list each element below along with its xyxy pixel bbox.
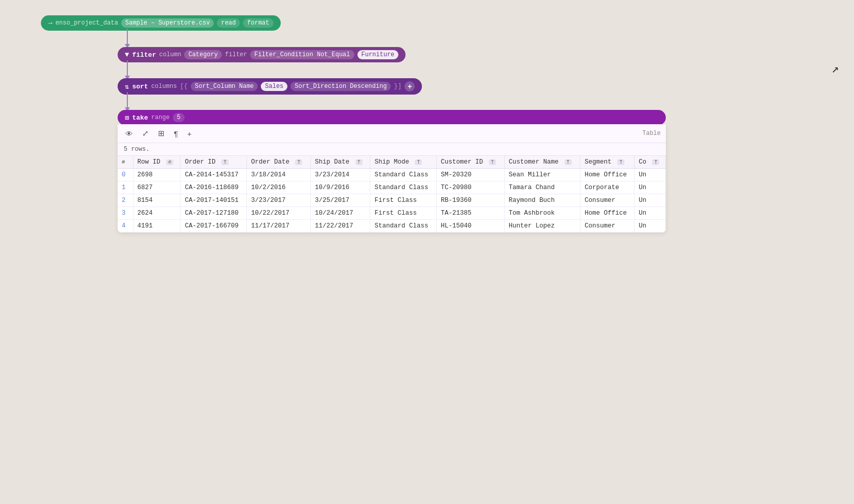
sort-label: sort <box>132 83 148 90</box>
cell-index[interactable]: 0 <box>118 169 133 181</box>
take-node[interactable]: ⊞ take range 5 <box>118 110 666 125</box>
cell-customer-name: Tom Ashbrook <box>504 207 580 220</box>
cell-ship-date: 10/24/2017 <box>310 207 370 220</box>
col-ship-mode[interactable]: Ship Mode T <box>370 156 437 169</box>
table-toolbar: 👁 ⤢ ⊞ ¶ + Table <box>118 124 666 143</box>
filter-value[interactable]: Furniture <box>357 50 399 59</box>
filter-label: filter <box>132 51 156 59</box>
read-node-project-label: enso_project_data <box>55 19 118 27</box>
filter-column-value[interactable]: Category <box>184 50 222 59</box>
sort-icon: ⇅ <box>125 82 129 91</box>
col-ship-date[interactable]: Ship Date T <box>310 156 370 169</box>
eye-icon: 👁 <box>125 129 133 138</box>
cell-customer-name: Hunter Lopez <box>504 220 580 233</box>
cell-ship-mode: First Class <box>370 207 437 220</box>
cell-ship-mode: Standard Class <box>370 169 437 181</box>
table-row: 4 4191 CA-2017-166709 11/17/2017 11/22/2… <box>118 220 666 233</box>
expand-button[interactable]: ⤢ <box>140 127 151 140</box>
connector-1 <box>125 29 130 48</box>
cell-row-id: 6827 <box>133 181 181 194</box>
filter-node[interactable]: ▼ filter column Category filter Filter_C… <box>118 47 406 62</box>
cell-ship-mode: Standard Class <box>370 181 437 194</box>
canvas: → enso_project_data Sample – Superstore.… <box>0 0 854 504</box>
col-hash: # <box>118 156 133 169</box>
cell-order-id: CA-2016-118689 <box>181 181 247 194</box>
cell-col: Un <box>634 207 665 220</box>
add-button[interactable]: + <box>185 128 194 140</box>
cell-ship-mode: First Class <box>370 194 437 207</box>
cell-row-id: 2698 <box>133 169 181 181</box>
col-customer-name[interactable]: Customer Name T <box>504 156 580 169</box>
sort-direction-tag[interactable]: Sort_Direction Descending <box>290 82 391 91</box>
col-customer-id[interactable]: Customer ID T <box>436 156 504 169</box>
cell-col: Un <box>634 181 665 194</box>
cell-order-id: CA-2014-145317 <box>181 169 247 181</box>
sort-brace-open: [{ <box>180 83 188 90</box>
read-node[interactable]: → enso_project_data Sample – Superstore.… <box>41 15 281 31</box>
cell-order-date: 10/2/2016 <box>246 181 310 194</box>
col-order-id[interactable]: Order ID T <box>181 156 247 169</box>
take-label: take <box>132 114 148 122</box>
col-segment[interactable]: Segment T <box>580 156 635 169</box>
grid-icon: ⊞ <box>158 129 165 138</box>
read-node-file-tag[interactable]: Sample – Superstore.csv <box>121 18 214 28</box>
cell-index[interactable]: 1 <box>118 181 133 194</box>
cell-index[interactable]: 2 <box>118 194 133 207</box>
cell-ship-date: 3/25/2017 <box>310 194 370 207</box>
filter-filter-param: filter <box>225 51 247 58</box>
col-order-date[interactable]: Order Date T <box>246 156 310 169</box>
table-row: 1 6827 CA-2016-118689 10/2/2016 10/9/201… <box>118 181 666 194</box>
table-row: 3 2624 CA-2017-127180 10/22/2017 10/24/2… <box>118 207 666 220</box>
cell-segment: Consumer <box>580 194 635 207</box>
sort-column-tag[interactable]: Sort_Column Name <box>191 82 258 91</box>
cell-segment: Corporate <box>580 181 635 194</box>
table-row: 0 2698 CA-2014-145317 3/18/2014 3/23/201… <box>118 169 666 181</box>
take-range-param: range <box>151 114 170 121</box>
cell-segment: Consumer <box>580 220 635 233</box>
read-action-format[interactable]: format <box>243 18 273 28</box>
data-table: # Row ID # Order ID T Order Date T Ship … <box>118 156 666 233</box>
cell-customer-id: TC-20980 <box>436 181 504 194</box>
connector-2 <box>125 60 130 80</box>
cell-index[interactable]: 3 <box>118 207 133 220</box>
filter-column-param: column <box>159 51 181 58</box>
table-row: 2 8154 CA-2017-140151 3/23/2017 3/25/201… <box>118 194 666 207</box>
cell-order-date: 3/23/2017 <box>246 194 310 207</box>
expand-icon: ⤢ <box>142 129 149 138</box>
cell-order-id: CA-2017-140151 <box>181 194 247 207</box>
col-co[interactable]: Co T <box>634 156 665 169</box>
cell-segment: Home Office <box>580 169 635 181</box>
cell-order-id: CA-2017-166709 <box>181 220 247 233</box>
sort-columns-param: columns <box>151 83 177 90</box>
text-button[interactable]: ¶ <box>171 128 181 140</box>
cell-customer-id: TA-21385 <box>436 207 504 220</box>
sort-node[interactable]: ⇅ sort columns [{ Sort_Column Name Sales… <box>118 78 422 95</box>
cell-ship-mode: Standard Class <box>370 220 437 233</box>
col-row-id[interactable]: Row ID # <box>133 156 181 169</box>
sort-value-tag[interactable]: Sales <box>261 82 287 91</box>
cell-order-date: 10/22/2017 <box>246 207 310 220</box>
filter-condition[interactable]: Filter_Condition Not_Equal <box>250 50 354 59</box>
cell-customer-id: RB-19360 <box>436 194 504 207</box>
eye-button[interactable]: 👁 <box>123 128 136 140</box>
cell-index[interactable]: 4 <box>118 220 133 233</box>
read-node-arrow-icon: → <box>48 19 52 27</box>
cell-ship-date: 10/9/2016 <box>310 181 370 194</box>
table-type-label: Table <box>642 130 661 137</box>
connector-3 <box>125 92 130 111</box>
cell-row-id: 8154 <box>133 194 181 207</box>
cell-segment: Home Office <box>580 207 635 220</box>
grid-button[interactable]: ⊞ <box>155 127 167 140</box>
cursor-icon: ↖ <box>831 61 839 76</box>
cell-customer-id: SM-20320 <box>436 169 504 181</box>
plus-icon: + <box>187 129 192 138</box>
cell-order-id: CA-2017-127180 <box>181 207 247 220</box>
sort-add-button[interactable]: + <box>404 81 415 91</box>
take-range-value[interactable]: 5 <box>173 113 185 122</box>
table-body: 0 2698 CA-2014-145317 3/18/2014 3/23/201… <box>118 169 666 233</box>
sort-brace-close: }] <box>394 83 401 90</box>
text-icon: ¶ <box>174 129 178 138</box>
cell-order-date: 11/17/2017 <box>246 220 310 233</box>
cell-row-id: 4191 <box>133 220 181 233</box>
read-action-read[interactable]: read <box>217 18 240 28</box>
